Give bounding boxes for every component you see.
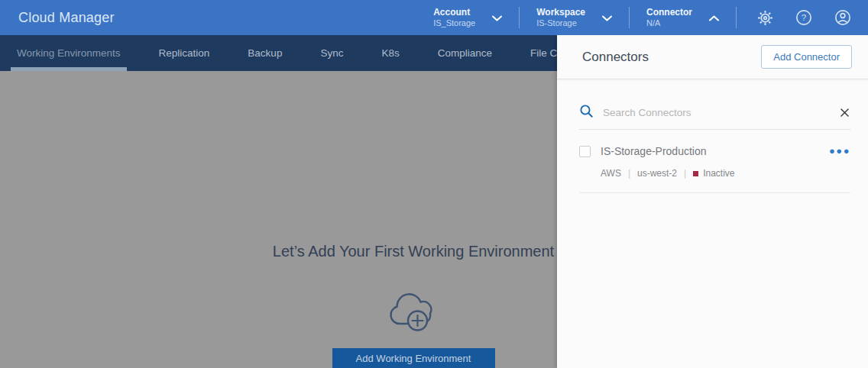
svg-text:?: ?	[802, 13, 806, 22]
tab-replication[interactable]: Replication	[156, 35, 213, 71]
help-icon[interactable]: ?	[795, 9, 812, 26]
account-selector[interactable]: Account IS_Storage	[416, 7, 519, 29]
settings-gear-icon[interactable]	[756, 9, 773, 26]
empty-state: Let’s Add Your First Working Environment…	[215, 243, 612, 368]
tab-sync[interactable]: Sync	[317, 35, 346, 71]
account-label: Account	[433, 7, 475, 18]
cloud-add-icon	[215, 289, 612, 336]
connector-label: Connector	[646, 7, 692, 18]
chevron-down-icon	[602, 11, 612, 24]
account-text: Account IS_Storage	[433, 7, 475, 29]
connector-list-item[interactable]: IS-Storage-Production ●●● AWS | us-west-…	[579, 130, 850, 193]
meta-divider: |	[628, 168, 630, 179]
workspace-value: IS-Storage	[536, 18, 585, 29]
workspace-text: Workspace IS-Storage	[536, 7, 585, 29]
clear-search-icon[interactable]	[838, 107, 850, 119]
connector-value: N/A	[646, 18, 692, 29]
add-connector-button[interactable]: Add Connector	[761, 45, 852, 69]
connector-menu-dots-icon[interactable]: ●●●	[829, 148, 850, 154]
header-icon-group: ?	[737, 9, 868, 26]
connector-text: Connector N/A	[646, 7, 692, 29]
tab-backup[interactable]: Backup	[245, 35, 285, 71]
main-nav-bar: Working Environments Replication Backup …	[0, 35, 557, 71]
add-working-environment-button[interactable]: Add Working Environment	[332, 348, 495, 368]
connector-item-main-row: IS-Storage-Production ●●●	[579, 145, 850, 157]
meta-divider: |	[684, 168, 686, 179]
user-profile-icon[interactable]	[834, 9, 851, 26]
cloud-manager-app: Cloud Manager Account IS_Storage Workspa…	[0, 0, 868, 368]
workspace-label: Workspace	[536, 7, 585, 18]
connector-name: IS-Storage-Production	[601, 145, 829, 157]
chevron-down-icon	[492, 11, 502, 24]
workspace-selector[interactable]: Workspace IS-Storage	[520, 7, 629, 29]
connector-provider: AWS	[601, 168, 621, 179]
dimmed-main-area: Let’s Add Your First Working Environment…	[0, 71, 557, 368]
empty-state-heading: Let’s Add Your First Working Environment	[215, 243, 612, 260]
account-value: IS_Storage	[433, 18, 475, 29]
connector-region: us-west-2	[637, 168, 677, 179]
search-connectors-input[interactable]	[603, 107, 838, 118]
tab-k8s[interactable]: K8s	[378, 35, 402, 71]
connector-search-bar	[579, 104, 850, 130]
tab-compliance[interactable]: Compliance	[435, 35, 495, 71]
top-header-bar: Cloud Manager Account IS_Storage Workspa…	[0, 0, 868, 35]
connectors-title: Connectors	[582, 50, 649, 65]
app-title: Cloud Manager	[18, 10, 115, 26]
connector-meta-row: AWS | us-west-2 | Inactive	[601, 168, 850, 179]
connector-checkbox[interactable]	[579, 146, 591, 157]
chevron-up-icon	[709, 11, 719, 24]
connector-selector[interactable]: Connector N/A	[630, 7, 736, 29]
header-controls: Account IS_Storage Workspace IS-Storage	[416, 0, 868, 35]
status-inactive-icon	[693, 171, 698, 176]
connector-status: Inactive	[703, 168, 734, 179]
tab-working-environments[interactable]: Working Environments	[14, 35, 124, 71]
connectors-panel: Connectors Add Connector IS-Stora	[557, 35, 868, 368]
search-icon	[579, 104, 594, 121]
connectors-panel-header: Connectors Add Connector	[557, 35, 868, 79]
